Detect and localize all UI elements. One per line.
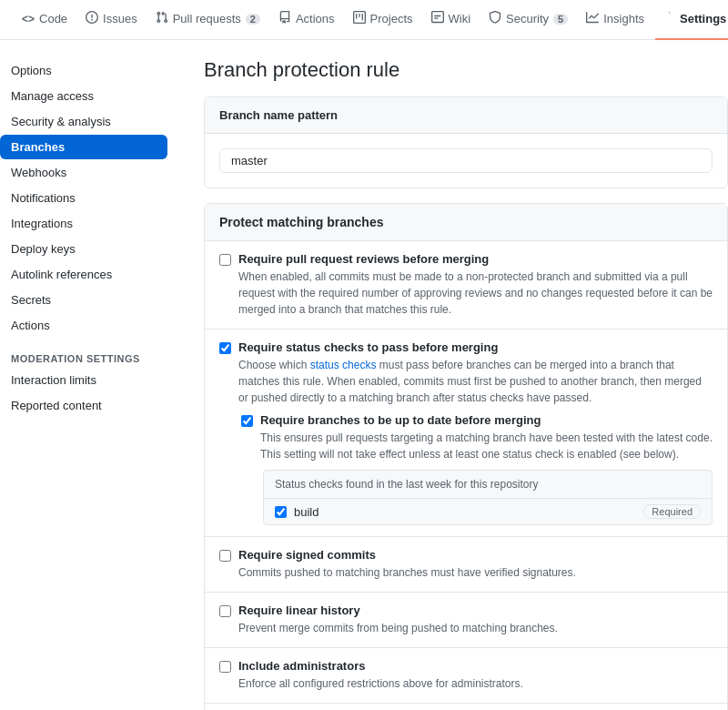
security-icon — [489, 11, 501, 26]
require-signed-commits-item: Require signed commits Commits pushed to… — [205, 537, 727, 593]
require-linear-history-label[interactable]: Require linear history Prevent merge com… — [219, 604, 713, 636]
include-administrators-checkbox[interactable] — [219, 661, 231, 673]
require-signed-commits-title: Require signed commits — [238, 548, 576, 562]
require-up-to-date-label[interactable]: Require branches to be up to date before… — [241, 413, 713, 462]
pull-requests-icon — [156, 11, 168, 26]
require-linear-history-title: Require linear history — [238, 604, 558, 617]
projects-icon — [353, 11, 366, 26]
status-checks-box: Status checks found in the last week for… — [263, 470, 713, 525]
include-administrators-desc: Enforce all configured restrictions abov… — [238, 675, 523, 692]
require-linear-history-item: Require linear history Prevent merge com… — [205, 593, 727, 648]
sidebar-item-actions[interactable]: Actions — [0, 313, 167, 338]
require-up-to-date-title: Require branches to be up to date before… — [260, 413, 713, 427]
branch-name-card: Branch name pattern — [204, 96, 728, 188]
sidebar-item-notifications[interactable]: Notifications — [0, 186, 167, 210]
nav-wiki[interactable]: Wiki — [424, 0, 479, 40]
wiki-icon — [431, 11, 444, 26]
nav-security[interactable]: Security 5 — [481, 0, 575, 40]
require-up-to-date-checkbox[interactable] — [241, 415, 253, 427]
require-pr-reviews-item: Require pull request reviews before merg… — [205, 241, 727, 330]
nav-pull-requests[interactable]: Pull requests 2 — [148, 0, 268, 40]
require-signed-commits-label[interactable]: Require signed commits Commits pushed to… — [219, 548, 713, 581]
sidebar-item-security-analysis[interactable]: Security & analysis — [0, 109, 167, 134]
settings-icon — [662, 11, 675, 26]
sidebar-item-autolink-references[interactable]: Autolink references — [0, 262, 167, 287]
protect-card: Protect matching branches Require pull r… — [204, 203, 728, 710]
sidebar-item-webhooks[interactable]: Webhooks — [0, 160, 167, 185]
require-pr-reviews-label[interactable]: Require pull request reviews before merg… — [219, 252, 713, 318]
nav-actions[interactable]: Actions — [271, 0, 342, 40]
require-up-to-date-desc: This ensures pull requests targeting a m… — [260, 430, 713, 462]
branch-name-header: Branch name pattern — [205, 97, 727, 134]
nav-settings[interactable]: Settings — [655, 0, 728, 40]
build-checkbox[interactable] — [275, 506, 287, 518]
build-label: build — [294, 505, 318, 519]
sidebar: Options Manage access Security & analysi… — [0, 58, 182, 710]
nav-insights[interactable]: Insights — [579, 0, 652, 40]
require-status-checks-item: Require status checks to pass before mer… — [205, 330, 727, 537]
nav-projects[interactable]: Projects — [346, 0, 420, 40]
require-pr-reviews-desc: When enabled, all commits must be made t… — [238, 269, 713, 318]
require-signed-commits-checkbox[interactable] — [219, 550, 231, 562]
require-status-checks-title: Require status checks to pass before mer… — [238, 340, 713, 354]
issues-icon — [86, 11, 98, 26]
sidebar-item-options[interactable]: Options — [0, 58, 167, 83]
sidebar-item-branches[interactable]: Branches — [0, 135, 167, 159]
include-administrators-title: Include administrators — [238, 659, 523, 673]
insights-icon — [586, 11, 599, 26]
require-linear-history-desc: Prevent merge commits from being pushed … — [238, 620, 558, 636]
page-title: Branch protection rule — [204, 58, 728, 82]
require-status-checks-checkbox[interactable] — [219, 342, 231, 354]
require-linear-history-checkbox[interactable] — [219, 605, 231, 617]
sidebar-item-secrets[interactable]: Secrets — [0, 288, 167, 312]
include-administrators-label[interactable]: Include administrators Enforce all confi… — [219, 659, 713, 692]
nav-code[interactable]: <> Code — [15, 0, 75, 40]
top-nav: <> Code Issues Pull requests 2 Actions P… — [0, 0, 728, 40]
protect-section-title: Protect matching branches — [205, 204, 727, 241]
sidebar-item-reported-content[interactable]: Reported content — [0, 393, 167, 418]
require-status-checks-desc: Choose which status checks must pass bef… — [238, 357, 713, 406]
code-icon: <> — [22, 13, 35, 25]
sidebar-item-interaction-limits[interactable]: Interaction limits — [0, 368, 167, 392]
require-pr-reviews-title: Require pull request reviews before merg… — [238, 252, 713, 266]
require-pr-reviews-checkbox[interactable] — [219, 254, 231, 266]
sidebar-item-deploy-keys[interactable]: Deploy keys — [0, 237, 167, 261]
sidebar-item-manage-access[interactable]: Manage access — [0, 84, 167, 108]
moderation-section-header: Moderation settings — [0, 339, 167, 368]
branch-name-input[interactable] — [219, 148, 713, 173]
main-content: Branch protection rule Branch name patte… — [182, 58, 728, 710]
branch-name-body — [205, 134, 727, 188]
require-status-checks-label[interactable]: Require status checks to pass before mer… — [219, 340, 713, 406]
status-checks-search-label: Status checks found in the last week for… — [264, 471, 712, 499]
require-signed-commits-desc: Commits pushed to matching branches must… — [238, 564, 576, 581]
status-checks-link[interactable]: status checks — [310, 359, 377, 371]
required-badge: Required — [643, 504, 701, 519]
status-check-build-row: build Required — [264, 499, 712, 524]
restrict-push-item: Restrict who can push to matching branch… — [205, 704, 727, 710]
nav-issues[interactable]: Issues — [78, 0, 145, 40]
sidebar-item-integrations[interactable]: Integrations — [0, 211, 167, 236]
include-administrators-item: Include administrators Enforce all confi… — [205, 648, 727, 704]
actions-icon — [278, 11, 291, 26]
main-layout: Options Manage access Security & analysi… — [0, 40, 728, 710]
